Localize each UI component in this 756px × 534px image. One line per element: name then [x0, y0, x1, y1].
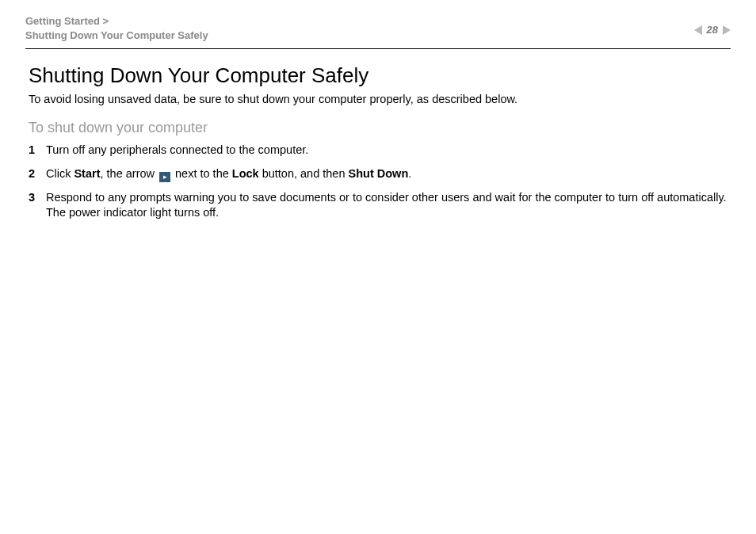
step-number: 3 [29, 190, 46, 206]
step-number: 1 [29, 143, 46, 158]
intro-text: To avoid losing unsaved data, be sure to… [29, 93, 727, 105]
breadcrumb-page-title: Shutting Down Your Computer Safely [25, 29, 208, 43]
step-item: 2 Click Start, the arrow ▸ next to the L… [29, 166, 727, 182]
step-text: Respond to any prompts warning you to sa… [46, 190, 727, 221]
content: Shutting Down Your Computer Safely To av… [25, 49, 731, 221]
next-page-icon[interactable] [723, 25, 731, 35]
page-number: 28 [707, 24, 718, 36]
page-title: Shutting Down Your Computer Safely [29, 63, 727, 88]
step-item: 3 Respond to any prompts warning you to … [29, 190, 727, 221]
step-item: 1 Turn off any peripherals connected to … [29, 143, 727, 158]
step-number: 2 [29, 166, 46, 182]
header: Getting Started > Shutting Down Your Com… [25, 14, 731, 48]
step-text: Turn off any peripherals connected to th… [46, 143, 727, 158]
subheading: To shut down your computer [29, 120, 727, 136]
prev-page-icon[interactable] [694, 25, 702, 35]
step-text: Click Start, the arrow ▸ next to the Loc… [46, 166, 727, 182]
breadcrumb-section: Getting Started > [25, 14, 208, 29]
breadcrumb: Getting Started > Shutting Down Your Com… [25, 14, 208, 42]
pager: 28 [694, 24, 731, 36]
arrow-icon: ▸ [159, 172, 170, 182]
steps-list: 1 Turn off any peripherals connected to … [29, 143, 727, 221]
